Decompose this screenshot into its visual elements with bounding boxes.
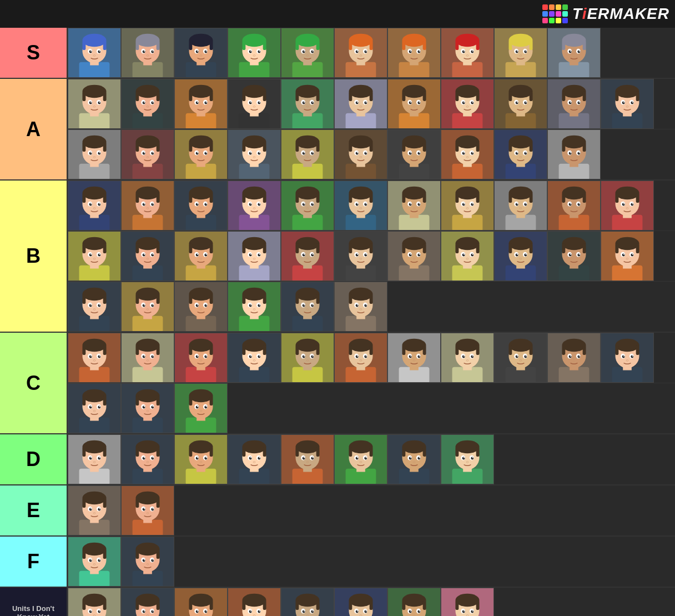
- char-cell[interactable]: [68, 79, 121, 129]
- char-cell[interactable]: [68, 383, 121, 433]
- char-cell[interactable]: [334, 434, 387, 484]
- char-cell[interactable]: [441, 129, 494, 179]
- char-cell[interactable]: [387, 231, 441, 281]
- char-cell[interactable]: [281, 588, 334, 616]
- char-cell[interactable]: [281, 434, 334, 484]
- char-cell[interactable]: [174, 79, 228, 129]
- char-cell[interactable]: [441, 231, 494, 281]
- char-cell[interactable]: [281, 79, 334, 129]
- char-cell[interactable]: [334, 79, 387, 129]
- char-cell[interactable]: [68, 434, 121, 484]
- svg-point-264: [526, 102, 527, 103]
- char-cell[interactable]: [228, 181, 281, 231]
- char-cell[interactable]: [387, 434, 441, 484]
- char-cell[interactable]: [228, 333, 281, 383]
- char-cell[interactable]: [121, 537, 174, 587]
- char-cell[interactable]: [121, 282, 174, 332]
- svg-point-486: [258, 203, 260, 206]
- char-cell[interactable]: [281, 181, 334, 231]
- char-cell[interactable]: [547, 333, 601, 383]
- char-cell[interactable]: [121, 231, 174, 281]
- char-cell[interactable]: [547, 181, 601, 231]
- char-cell[interactable]: [121, 588, 174, 616]
- char-cell[interactable]: [494, 129, 547, 179]
- char-cell[interactable]: [547, 79, 601, 129]
- char-cell[interactable]: [387, 588, 441, 616]
- char-cell[interactable]: [547, 231, 601, 281]
- char-cell[interactable]: [174, 129, 228, 179]
- char-cell[interactable]: [68, 588, 121, 616]
- char-cell[interactable]: [228, 434, 281, 484]
- char-cell[interactable]: [174, 333, 228, 383]
- char-cell[interactable]: [547, 28, 601, 78]
- char-cell[interactable]: [281, 28, 334, 78]
- char-cell[interactable]: [121, 333, 174, 383]
- char-cell[interactable]: [441, 28, 494, 78]
- char-cell[interactable]: [121, 485, 174, 535]
- char-cell[interactable]: [334, 282, 387, 332]
- char-cell[interactable]: [174, 231, 228, 281]
- char-cell[interactable]: [334, 333, 387, 383]
- char-cell[interactable]: [494, 28, 547, 78]
- char-cell[interactable]: [441, 588, 494, 616]
- char-cell[interactable]: [68, 537, 121, 587]
- char-cell[interactable]: [174, 383, 228, 433]
- char-cell[interactable]: [68, 28, 121, 78]
- char-cell[interactable]: [334, 588, 387, 616]
- char-cell[interactable]: [281, 129, 334, 179]
- char-cell[interactable]: [387, 181, 441, 231]
- char-cell[interactable]: [281, 282, 334, 332]
- char-cell[interactable]: [601, 181, 654, 231]
- char-cell[interactable]: [121, 181, 174, 231]
- char-cell[interactable]: [441, 434, 494, 484]
- char-cell[interactable]: [334, 129, 387, 179]
- char-cell[interactable]: [174, 282, 228, 332]
- char-cell[interactable]: [387, 129, 441, 179]
- char-cell[interactable]: [494, 333, 547, 383]
- char-cell[interactable]: [68, 181, 121, 231]
- char-cell[interactable]: [601, 79, 654, 129]
- char-cell[interactable]: [121, 28, 174, 78]
- char-cell[interactable]: [494, 79, 547, 129]
- char-cell[interactable]: [68, 282, 121, 332]
- char-cell[interactable]: [121, 383, 174, 433]
- char-cell[interactable]: [494, 231, 547, 281]
- svg-point-459: [144, 203, 145, 204]
- char-cell[interactable]: [228, 588, 281, 616]
- char-cell[interactable]: [121, 434, 174, 484]
- tier-row-a2: [68, 129, 675, 179]
- char-cell[interactable]: [228, 79, 281, 129]
- char-cell[interactable]: [174, 588, 228, 616]
- char-cell[interactable]: [494, 181, 547, 231]
- char-cell[interactable]: [228, 282, 281, 332]
- char-cell[interactable]: [281, 333, 334, 383]
- char-cell[interactable]: [387, 79, 441, 129]
- char-cell[interactable]: [387, 333, 441, 383]
- svg-point-685: [413, 258, 415, 259]
- char-cell[interactable]: [121, 79, 174, 129]
- char-cell[interactable]: [68, 231, 121, 281]
- char-cell[interactable]: [441, 181, 494, 231]
- char-cell[interactable]: [228, 231, 281, 281]
- char-cell[interactable]: [387, 28, 441, 78]
- svg-point-1297: [462, 610, 465, 613]
- char-cell[interactable]: [121, 129, 174, 179]
- char-cell[interactable]: [174, 434, 228, 484]
- char-cell[interactable]: [228, 129, 281, 179]
- char-cell[interactable]: [441, 333, 494, 383]
- char-cell[interactable]: [334, 231, 387, 281]
- char-cell[interactable]: [334, 28, 387, 78]
- char-cell[interactable]: [441, 79, 494, 129]
- char-cell[interactable]: [601, 333, 654, 383]
- char-cell[interactable]: [281, 231, 334, 281]
- char-cell[interactable]: [68, 333, 121, 383]
- char-cell[interactable]: [228, 28, 281, 78]
- char-cell[interactable]: [174, 28, 228, 78]
- char-cell[interactable]: [68, 485, 121, 535]
- char-cell[interactable]: [174, 181, 228, 231]
- char-cell[interactable]: [601, 231, 654, 281]
- char-cell[interactable]: [68, 129, 121, 179]
- svg-point-396: [455, 136, 479, 148]
- char-cell[interactable]: [334, 181, 387, 231]
- char-cell[interactable]: [547, 129, 601, 179]
